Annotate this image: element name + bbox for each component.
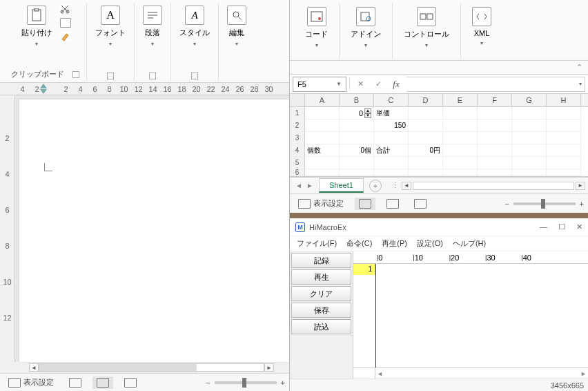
font-dialog-launcher[interactable]	[107, 73, 114, 79]
cell[interactable]: 単価	[374, 107, 409, 120]
menu-settings[interactable]: 設定(O)	[417, 238, 443, 249]
enter-formula-icon[interactable]: ✓	[371, 77, 386, 91]
macro-editor[interactable]: 1	[353, 264, 588, 368]
record-button[interactable]: 記録	[291, 253, 351, 268]
row-header[interactable]: 4	[290, 144, 305, 157]
cell[interactable]	[478, 107, 512, 120]
minimize-button[interactable]: —	[540, 222, 547, 231]
zoom-in-button[interactable]: +	[580, 200, 584, 208]
normal-view-button[interactable]	[355, 198, 375, 210]
expand-formula-icon[interactable]: ▾	[579, 81, 582, 87]
cell[interactable]	[305, 107, 340, 120]
zoom-slider-knob[interactable]	[541, 199, 545, 209]
add-sheet-button[interactable]: +	[369, 180, 382, 192]
col-header[interactable]: C	[374, 94, 409, 106]
menu-command[interactable]: 命令(C)	[346, 238, 372, 249]
maximize-button[interactable]: ☐	[558, 222, 565, 231]
menu-help[interactable]: ヘルプ(H)	[453, 238, 486, 249]
load-button[interactable]: 読込	[291, 319, 351, 334]
tab-overflow-icon[interactable]: ⋮	[391, 181, 399, 190]
paragraph-button[interactable]: 段落 ▾	[141, 4, 164, 48]
titlebar[interactable]: M HiMacroEx — ☐ ✕	[290, 218, 588, 236]
copy-icon[interactable]	[60, 18, 71, 28]
ribbon-collapse-icon[interactable]: ⌃	[576, 63, 582, 72]
hscroll-left[interactable]: ◄	[29, 363, 39, 372]
code-button[interactable]: コード▾	[304, 6, 329, 50]
row-header[interactable]: 3	[290, 132, 305, 144]
col-header[interactable]: F	[478, 94, 512, 106]
formula-input[interactable]: ▾	[406, 77, 585, 92]
sheet-hscroll-track[interactable]	[413, 182, 574, 190]
cut-icon[interactable]	[60, 4, 71, 14]
row-header[interactable]: 5	[290, 157, 305, 169]
cell[interactable]	[547, 107, 581, 120]
horizontal-ruler[interactable]: 4224681012141618202224262830	[0, 83, 289, 95]
web-layout-button[interactable]	[120, 376, 141, 389]
tab-nav-last[interactable]: ►	[305, 181, 315, 191]
spreadsheet-grid[interactable]: A B C D E F G H 1 0▲▼ 単価 2 150 3	[290, 94, 588, 177]
sheet-hscroll-right[interactable]: ►	[576, 182, 585, 190]
col-header[interactable]: E	[443, 94, 478, 106]
document-area[interactable]	[15, 95, 289, 362]
col-header[interactable]: H	[547, 94, 581, 106]
indent-marker-top[interactable]	[40, 84, 47, 88]
col-header[interactable]: A	[305, 94, 340, 106]
cancel-formula-icon[interactable]: ✕	[353, 77, 368, 91]
cell[interactable]	[443, 107, 478, 120]
print-layout-button[interactable]	[92, 376, 113, 389]
excel-display-settings-button[interactable]: 表示設定	[294, 197, 348, 210]
menu-file[interactable]: ファイル(F)	[297, 238, 337, 249]
name-box[interactable]: F5 ▼	[293, 77, 346, 92]
editing-button[interactable]: 編集 ▾	[226, 4, 248, 48]
zoom-control[interactable]: − +	[206, 379, 285, 387]
zoom-in-button[interactable]: +	[281, 379, 285, 387]
close-button[interactable]: ✕	[576, 222, 582, 231]
sheet-hscroll-left[interactable]: ◄	[402, 182, 411, 190]
save-button[interactable]: 保存	[291, 303, 351, 318]
row-header[interactable]: 6	[290, 169, 305, 176]
fx-icon[interactable]: fx	[389, 77, 404, 91]
macro-hscroll[interactable]: ◄►	[375, 368, 588, 379]
select-all-corner[interactable]	[290, 94, 305, 106]
sheet-tab[interactable]: Sheet1	[319, 178, 364, 193]
excel-zoom-control[interactable]: − +	[504, 200, 584, 208]
cell[interactable]: 150	[374, 120, 409, 132]
cell[interactable]: 個数	[305, 144, 340, 157]
font-button[interactable]: A フォント ▾	[94, 4, 127, 48]
zoom-slider-knob[interactable]	[242, 378, 246, 388]
zoom-out-button[interactable]: −	[206, 379, 210, 387]
controls-button[interactable]: コントロール▾	[402, 6, 451, 50]
clear-button[interactable]: クリア	[291, 286, 351, 301]
menu-play[interactable]: 再生(P)	[382, 238, 407, 249]
paragraph-dialog-launcher[interactable]	[149, 73, 156, 79]
read-mode-button[interactable]	[65, 376, 86, 389]
cell[interactable]: 0円	[409, 144, 443, 157]
display-settings-button[interactable]: 表示設定	[4, 376, 58, 389]
spinner[interactable]: ▲▼	[364, 108, 371, 118]
cell[interactable]: 0個	[340, 144, 374, 157]
chevron-down-icon[interactable]: ▼	[336, 81, 342, 87]
clipboard-dialog-launcher[interactable]	[72, 71, 79, 78]
cell[interactable]: 合計	[374, 144, 409, 157]
vertical-ruler[interactable]: 24681012	[0, 95, 15, 362]
tab-nav-first[interactable]: ◄	[294, 181, 304, 191]
page-break-view-button[interactable]	[410, 198, 431, 210]
format-painter-icon[interactable]	[60, 32, 71, 41]
styles-button[interactable]: A スタイル ▾	[178, 4, 211, 48]
col-header[interactable]: G	[512, 94, 547, 106]
horizontal-scrollbar[interactable]	[39, 363, 264, 372]
cell[interactable]: 0▲▼	[340, 107, 374, 120]
col-header[interactable]: D	[409, 94, 443, 106]
paste-button[interactable]: 貼り付け ▾	[20, 4, 53, 48]
page-layout-view-button[interactable]	[382, 198, 403, 210]
row-header[interactable]: 2	[290, 120, 305, 132]
indent-marker-bottom[interactable]	[40, 89, 47, 94]
play-button[interactable]: 再生	[291, 269, 351, 285]
addin-button[interactable]: アドイン▾	[349, 6, 382, 50]
xml-button[interactable]: XML▾	[471, 6, 493, 48]
cell[interactable]	[512, 107, 547, 120]
hscroll-right[interactable]: ►	[264, 363, 274, 372]
zoom-out-button[interactable]: −	[504, 200, 509, 208]
cell[interactable]	[409, 107, 443, 120]
styles-dialog-launcher[interactable]	[191, 73, 198, 79]
